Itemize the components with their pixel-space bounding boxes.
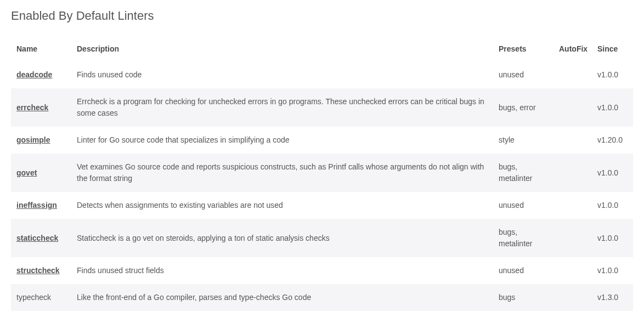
column-header-description: Description [71,37,493,61]
cell-name: unused [11,311,71,317]
table-row: unusedChecks Go code for unused constant… [11,311,633,317]
cell-description: Staticcheck is a go vet on steroids, app… [71,219,493,257]
cell-autofix [553,61,592,88]
column-header-presets: Presets [493,37,553,61]
linter-link[interactable]: staticcheck [16,234,58,242]
cell-since: v1.0.0 [592,219,633,257]
cell-autofix [553,284,592,311]
cell-autofix [553,154,592,192]
cell-since: v1.0.0 [592,257,633,284]
cell-name: structcheck [11,257,71,284]
cell-presets: bugs, metalinter [493,219,553,257]
linter-link[interactable]: errcheck [16,103,48,112]
cell-description: Vet examines Go source code and reports … [71,154,493,192]
table-row: govetVet examines Go source code and rep… [11,154,633,192]
table-row: errcheckErrcheck is a program for checki… [11,88,633,127]
column-header-name: Name [11,37,71,61]
cell-name: typecheck [11,284,71,311]
cell-autofix [553,192,592,219]
cell-since: v1.0.0 [592,154,633,192]
table-row: deadcodeFinds unused codeunusedv1.0.0 [11,61,633,88]
cell-description: Checks Go code for unused constants, var… [71,311,493,317]
cell-description: Finds unused struct fields [71,257,493,284]
cell-name: ineffassign [11,192,71,219]
cell-description: Like the front-end of a Go compiler, par… [71,284,493,311]
cell-since: v1.3.0 [592,284,633,311]
linter-link[interactable]: ineffassign [16,201,57,210]
cell-description: Errcheck is a program for checking for u… [71,88,493,127]
cell-presets: unused [493,192,553,219]
cell-name: errcheck [11,88,71,127]
table-header-row: Name Description Presets AutoFix Since [11,37,633,61]
linter-link[interactable]: deadcode [16,70,52,79]
cell-autofix [553,257,592,284]
linter-link[interactable]: gosimple [16,135,50,144]
cell-since: v1.0.0 [592,61,633,88]
cell-name: deadcode [11,61,71,88]
cell-since: v1.0.0 [592,88,633,127]
cell-since: v1.0.0 [592,192,633,219]
table-row: staticcheckStaticcheck is a go vet on st… [11,219,633,257]
cell-name: govet [11,154,71,192]
cell-presets: unused [493,61,553,88]
linter-link[interactable]: govet [16,168,37,177]
cell-name: gosimple [11,127,71,154]
cell-presets: unused [493,257,553,284]
cell-presets: unused [493,311,553,317]
cell-description: Detects when assignments to existing var… [71,192,493,219]
cell-autofix [553,88,592,127]
cell-autofix [553,127,592,154]
page-title: Enabled By Default Linters [11,7,633,25]
cell-presets: bugs, metalinter [493,154,553,192]
linters-table: Name Description Presets AutoFix Since d… [11,37,633,317]
cell-since: v1.20.0 [592,127,633,154]
linter-link[interactable]: structcheck [16,266,60,275]
cell-presets: style [493,127,553,154]
cell-since: v1.20.0 [592,311,633,317]
cell-name: staticcheck [11,219,71,257]
table-row: typecheckLike the front-end of a Go comp… [11,284,633,311]
table-row: structcheckFinds unused struct fieldsunu… [11,257,633,284]
cell-description: Linter for Go source code that specializ… [71,127,493,154]
cell-description: Finds unused code [71,61,493,88]
column-header-autofix: AutoFix [553,37,592,61]
linter-name: typecheck [16,293,51,302]
table-row: gosimpleLinter for Go source code that s… [11,127,633,154]
cell-autofix [553,219,592,257]
table-row: ineffassignDetects when assignments to e… [11,192,633,219]
cell-presets: bugs, error [493,88,553,127]
cell-autofix [553,311,592,317]
column-header-since: Since [592,37,633,61]
cell-presets: bugs [493,284,553,311]
